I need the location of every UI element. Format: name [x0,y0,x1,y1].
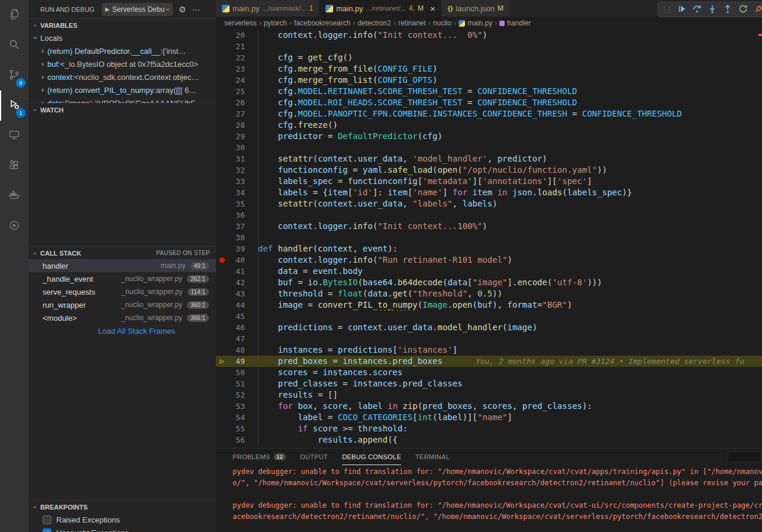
code-line[interactable]: ▷49 pred_boxes = instances.pred_boxesYou… [216,356,762,367]
line-number[interactable]: 34 [228,187,245,198]
gutter-glyph-margin[interactable] [216,30,228,41]
gutter-glyph-margin[interactable]: ▷ [216,356,228,367]
gutter-glyph-margin[interactable] [216,367,228,378]
line-number[interactable]: 48 [228,344,245,356]
gutter-glyph-margin[interactable] [216,288,228,299]
stack-frame[interactable]: <module>_nuclio_wrapper.py366:1 [28,311,216,324]
breadcrumb-item[interactable]: facebookresearch [294,19,350,27]
code-line[interactable]: 35 setattr(context.user_data, "labels", … [216,198,762,209]
line-number[interactable]: 47 [228,333,245,344]
breadcrumb-item[interactable]: detectron2 [357,19,391,27]
gutter-glyph-margin[interactable] [216,120,228,131]
variable-row[interactable]: ›(return) DefaultPredictor.__call__: {'i… [28,44,216,57]
gutter-glyph-margin[interactable] [216,423,228,434]
activity-item-source-control[interactable]: 8 [0,60,28,91]
breakpoints-section-header[interactable]: › BREAKPOINTS [28,500,216,513]
line-number[interactable]: 35 [228,198,245,209]
line-number[interactable]: 55 [228,423,245,434]
line-number[interactable]: 23 [228,63,245,75]
line-number[interactable]: 54 [228,412,245,423]
checkbox-unchecked[interactable] [43,515,51,524]
line-number[interactable]: 36 [228,209,245,221]
stack-frame[interactable]: serve_requests_nuclio_wrapper.py114:1 [28,285,216,298]
drag-grip-icon[interactable]: ⋮⋮ [661,5,671,14]
code-line[interactable]: 54 label = COCO_CATEGORIES[int(label)]["… [216,412,762,423]
gutter-glyph-margin[interactable] [216,266,228,277]
activity-item-extensions[interactable] [0,151,28,181]
gutter-glyph-margin[interactable] [216,322,228,333]
gutter-glyph-margin[interactable] [216,378,228,389]
code-line[interactable]: 32 functionconfig = yaml.safe_load(open(… [216,165,762,176]
stack-frame[interactable]: _handle_event_nuclio_wrapper.py262:1 [28,272,216,285]
gutter-glyph-margin[interactable] [216,209,228,221]
code-line[interactable]: 31 setattr(context.user_data, 'model_han… [216,153,762,165]
gutter-glyph-margin[interactable] [216,52,228,63]
scope-row[interactable]: ›Locals [28,31,216,44]
line-number[interactable]: 24 [228,75,245,86]
code-line[interactable]: 37 context.logger.info("Init context...1… [216,221,762,232]
step-out-button[interactable] [721,3,735,16]
variable-row[interactable]: ›(return) convert_PIL_to_numpy: array([[… [28,83,216,96]
disconnect-button[interactable] [751,3,762,16]
line-number[interactable]: 37 [228,221,245,232]
line-number[interactable]: 30 [228,142,245,153]
code-line[interactable]: 52 results = [] [216,389,762,401]
code-line[interactable]: 48 instances = predictions['instances'] [216,344,762,356]
code-line[interactable]: 39def handler(context, event): [216,243,762,254]
code-line[interactable]: 29 predictor = DefaultPredictor(cfg) [216,131,762,142]
gutter-glyph-margin[interactable] [216,176,228,187]
gutter-glyph-margin[interactable] [216,299,228,311]
code-line[interactable]: 20 context.logger.info("Init context... … [216,30,762,41]
activity-item-docker[interactable] [0,181,28,211]
code-line[interactable]: 44 image = convert_PIL_to_numpy(Image.op… [216,299,762,311]
line-number[interactable]: 27 [228,108,245,120]
line-number[interactable]: 44 [228,299,245,311]
line-number[interactable]: 40 [228,254,245,266]
step-into-button[interactable] [705,3,719,16]
gutter-glyph-margin[interactable] [216,254,228,266]
line-number[interactable]: 26 [228,97,245,108]
line-number[interactable]: 49 [228,356,245,367]
stack-frame[interactable]: handlermain.py49:1 [28,259,216,272]
line-number[interactable]: 42 [228,277,245,288]
breadcrumb-item[interactable]: nuclio [433,19,451,27]
code-editor[interactable]: 20 context.logger.info("Init context... … [216,30,762,448]
gutter-glyph-margin[interactable] [216,333,228,344]
editor-tab[interactable]: main.py.../siammask/...1 [216,0,319,17]
code-line[interactable]: 40 context.logger.info("Run retinanet-R1… [216,254,762,266]
variable-row[interactable]: ›data: {'image': 'iVBORw0KGgoAAAANSUhE… [28,96,216,103]
code-line[interactable]: 45 [216,311,762,322]
step-over-button[interactable] [690,3,704,16]
gutter-glyph-margin[interactable] [216,165,228,176]
variable-row[interactable]: ›buf: <_io.BytesIO object at 0x7f5a2dc1e… [28,57,216,70]
gutter-glyph-margin[interactable] [216,311,228,322]
code-line[interactable]: 22 cfg = get_cfg() [216,52,762,63]
code-line[interactable]: 25 cfg.MODEL.RETINANET.SCORE_THRESH_TEST… [216,86,762,97]
code-line[interactable]: 33 labels_spec = functionconfig['metadat… [216,176,762,187]
activity-item-search[interactable] [0,30,28,60]
code-line[interactable]: 34 labels = {item['id']: item['name'] fo… [216,187,762,198]
continue-button[interactable] [674,3,689,16]
gutter-glyph-margin[interactable] [216,153,228,165]
line-number[interactable]: 20 [228,30,245,41]
line-number[interactable]: 28 [228,120,245,131]
gutter-glyph-margin[interactable] [216,97,228,108]
line-number[interactable]: 25 [228,86,245,97]
line-number[interactable]: 33 [228,176,245,187]
gutter-glyph-margin[interactable] [216,187,228,198]
gutter-glyph-margin[interactable] [216,277,228,288]
panel-tab-output[interactable]: OUTPUT [300,449,328,465]
code-line[interactable]: 43 threshold = float(data.get("threshold… [216,288,762,299]
code-line[interactable]: 50 scores = instances.scores [216,367,762,378]
line-number[interactable]: 39 [228,243,245,254]
code-line[interactable]: 42 buf = io.BytesIO(base64.b64decode(dat… [216,277,762,288]
line-number[interactable]: 43 [228,288,245,299]
panel-filter-input[interactable] [728,452,761,462]
gutter-glyph-margin[interactable] [216,412,228,423]
code-line[interactable]: 38 [216,232,762,243]
code-line[interactable]: 56 results.append({ [216,434,762,446]
code-line[interactable]: 51 pred_classes = instances.pred_classes [216,378,762,389]
gutter-glyph-margin[interactable] [216,142,228,153]
code-line[interactable]: 46 predictions = context.user_data.model… [216,322,762,333]
code-line[interactable]: 53 for box, score, label in zip(pred_box… [216,401,762,412]
